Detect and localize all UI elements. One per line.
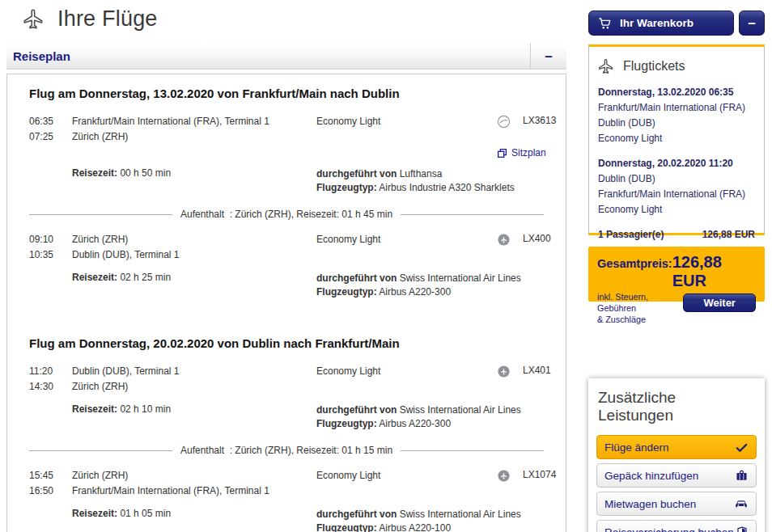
cart-item-from: Frankfurt/Main International (FRA)	[598, 100, 755, 116]
operating-info: durchgeführt von Swiss International Air…	[316, 508, 559, 532]
shield-icon	[736, 526, 749, 532]
cabin-class: Economy Light	[316, 468, 497, 499]
arrival-airport: Zürich (ZRH)	[72, 129, 308, 145]
arrival-time: 07:25	[29, 129, 72, 145]
rent-car-item[interactable]: Mietwagen buchen	[596, 492, 757, 516]
flight-segment: 11:20 14:30 Dublin (DUB), Terminal 1 Zür…	[7, 364, 566, 395]
departure-time: 06:35	[29, 114, 72, 129]
stopover-text: Aufenthalt : Zürich (ZRH), Reisezeit: 01…	[172, 209, 401, 220]
aircraft-type: Airbus A220-300	[379, 418, 451, 429]
stopover-divider: Aufenthalt : Zürich (ZRH), Reisezeit: 01…	[29, 445, 544, 456]
flight-number: LX400	[521, 232, 559, 263]
segment-airports: Frankfurt/Main International (FRA), Term…	[72, 114, 316, 145]
flight-block-return: Flug am Donnerstag, 20.02.2020 von Dubli…	[7, 336, 566, 532]
departure-airport: Zürich (ZRH)	[72, 232, 308, 247]
flight-block-outbound: Flug am Donnerstag, 13.02.2020 von Frank…	[7, 87, 566, 299]
cart-button[interactable]: Ihr Warenkorb	[588, 11, 734, 36]
arrival-time: 16:50	[29, 483, 72, 499]
flight-number: LX3613	[521, 114, 559, 145]
total-price-panel: Gesamtpreis: 126,88 EUR inkl. Steuern, G…	[588, 247, 765, 302]
operating-carrier: Swiss International Air Lines	[400, 404, 521, 416]
cabin-class: Economy Light	[316, 364, 497, 395]
segment-times: 11:20 14:30	[29, 364, 72, 395]
segment-details: Reisezeit: 02 h 10 min durchgeführt von …	[7, 403, 566, 431]
cabin-class: Economy Light	[316, 114, 497, 145]
segment-details: Reisezeit: 02 h 25 min durchgeführt von …	[7, 272, 566, 299]
cart-item-to: Dublin (DUB)	[598, 116, 755, 131]
page-title: Ihre Flüge	[57, 6, 158, 32]
reiseplan-panel: Reiseplan – Flug am Donnerstag, 13.02.20…	[6, 43, 566, 532]
operating-info: durchgeführt von Lufthansa Flugzeugtyp: …	[316, 167, 559, 195]
segment-airports: Zürich (ZRH) Dublin (DUB), Terminal 1	[72, 232, 316, 263]
segment-times: 15:45 16:50	[29, 468, 72, 499]
cart-item-date: Donnerstag, 20.02.2020 11:20	[598, 156, 755, 171]
total-note-row: inkl. Steuern, Gebühren & Zuschläge Weit…	[597, 291, 756, 325]
change-flights-label: Flüge ändern	[604, 441, 669, 454]
seatmap-label: Sitzplan	[511, 147, 546, 158]
segment-details: Reisezeit: 00 h 50 min durchgeführt von …	[7, 167, 566, 195]
travel-time: Reisezeit: 02 h 25 min	[72, 272, 316, 299]
cart-item-cabin: Economy Light	[598, 131, 755, 146]
arrival-airport: Zürich (ZRH)	[72, 379, 308, 395]
tax-note: inkl. Steuern, Gebühren & Zuschläge	[597, 291, 683, 325]
flight-heading: Flug am Donnerstag, 20.02.2020 von Dubli…	[29, 336, 544, 350]
airplane-icon	[598, 58, 614, 74]
swiss-logo-icon	[497, 232, 521, 263]
seatmap-link[interactable]: Sitzplan	[497, 147, 559, 158]
operating-info: durchgeführt von Swiss International Air…	[316, 272, 559, 299]
departure-time: 09:10	[29, 232, 72, 247]
cart-button-label: Ihr Warenkorb	[620, 17, 694, 29]
aircraft-type: Airbus Industrie A320 Sharklets	[379, 182, 514, 193]
rent-car-label: Mietwagen buchen	[604, 498, 696, 510]
cart-collapse-button[interactable]: –	[739, 11, 765, 36]
flight-segment: 09:10 10:35 Zürich (ZRH) Dublin (DUB), T…	[7, 232, 566, 263]
check-icon	[735, 441, 749, 454]
departure-airport: Dublin (DUB), Terminal 1	[72, 364, 308, 379]
items-total-price: 126,88 EUR	[702, 229, 755, 240]
operating-carrier: Swiss International Air Lines	[400, 509, 521, 520]
arrival-airport: Dublin (DUB), Terminal 1	[72, 247, 308, 263]
cart-item-from: Dublin (DUB)	[598, 171, 755, 187]
reiseplan-collapse-button[interactable]: –	[540, 49, 557, 63]
flight-tickets-panel: Flugtickets Donnerstag, 13.02.2020 06:35…	[588, 44, 765, 235]
page-header: Ihre Flüge	[23, 6, 158, 32]
arrival-time: 10:35	[29, 247, 72, 263]
operating-carrier: Lufthansa	[400, 168, 443, 179]
change-flights-item[interactable]: Flüge ändern	[596, 435, 757, 459]
travel-time: Reisezeit: 02 h 10 min	[72, 403, 316, 431]
car-icon	[734, 496, 749, 511]
additional-services-panel: Zusätzliche Leistungen Flüge ändern Gepä…	[588, 378, 765, 532]
tickets-title: Flugtickets	[623, 59, 685, 74]
reiseplan-content: Flug am Donnerstag, 13.02.2020 von Frank…	[6, 74, 566, 532]
add-baggage-label: Gepäck hinzufügen	[604, 470, 698, 482]
tickets-title-row: Flugtickets	[598, 58, 755, 74]
departure-time: 11:20	[29, 364, 72, 379]
flight-segment: 06:35 07:25 Frankfurt/Main International…	[7, 114, 566, 158]
continue-button[interactable]: Weiter	[683, 293, 756, 312]
travel-time: Reisezeit: 00 h 50 min	[72, 167, 316, 195]
travel-insurance-item[interactable]: Reiseversicherung buchen	[596, 520, 757, 532]
total-price-label: Gesamtpreis:	[597, 257, 672, 270]
operating-info: durchgeführt von Swiss International Air…	[316, 403, 559, 431]
total-price-row: Gesamtpreis: 126,88 EUR	[597, 253, 756, 290]
segment-airports: Dublin (DUB), Terminal 1 Zürich (ZRH)	[72, 364, 316, 395]
seatmap-window-icon	[497, 148, 507, 158]
operating-carrier: Swiss International Air Lines	[400, 272, 521, 284]
departure-airport: Frankfurt/Main International (FRA), Term…	[72, 114, 308, 129]
segment-times: 09:10 10:35	[29, 232, 72, 263]
total-price-amount: 126,88 EUR	[672, 253, 756, 290]
swiss-logo-icon	[497, 468, 521, 499]
additional-services-title: Zusätzliche Leistungen	[598, 389, 755, 424]
flight-heading: Flug am Donnerstag, 13.02.2020 von Frank…	[29, 87, 544, 100]
cart-item: Donnerstag, 13.02.2020 06:35 Frankfurt/M…	[598, 85, 755, 146]
segment-airports: Zürich (ZRH) Frankfurt/Main Internationa…	[72, 468, 316, 499]
lufthansa-logo-icon	[497, 114, 521, 145]
cart-header: Ihr Warenkorb –	[588, 11, 765, 36]
arrival-time: 14:30	[29, 379, 72, 395]
add-baggage-item[interactable]: Gepäck hinzufügen	[596, 463, 757, 488]
suitcase-icon	[735, 469, 749, 483]
swiss-logo-icon	[497, 364, 521, 395]
airplane-icon	[23, 8, 45, 30]
travel-insurance-label: Reiseversicherung buchen	[604, 526, 734, 532]
cabin-class: Economy Light	[316, 232, 497, 263]
